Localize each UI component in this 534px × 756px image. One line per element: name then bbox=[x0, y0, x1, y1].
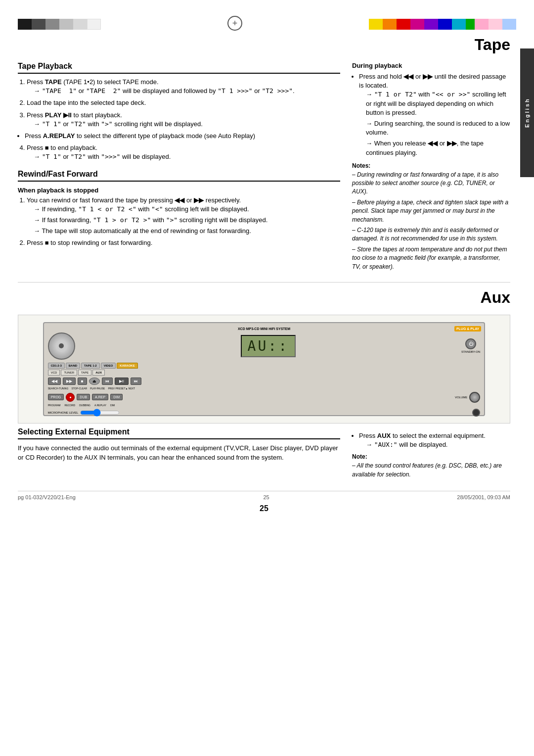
swatch-pink bbox=[475, 19, 489, 30]
color-bar-row: + bbox=[0, 19, 534, 30]
during-bullet-1: Press and hold ◀◀ or ▶▶ until the desire… bbox=[359, 72, 510, 157]
btn-record[interactable]: ● bbox=[66, 393, 75, 402]
swatch-yellow bbox=[369, 19, 383, 30]
mic-level-row: MICROPHONE LEVEL bbox=[48, 409, 481, 417]
second-btn-row: PROG ● DUB A.REP DIM VOLUME bbox=[48, 392, 481, 403]
swatch-orange bbox=[383, 19, 397, 30]
rewind-title: Rewind/Fast Forward bbox=[18, 170, 340, 182]
step-1-arrow: "TAPE 1" or "TAPE 2" will be displayed a… bbox=[34, 87, 340, 95]
during-arrow-3: When you release ◀◀ or ▶▶, the tape cont… bbox=[366, 139, 510, 157]
aux-arrow: "AUX:" will be displayed. bbox=[366, 440, 510, 449]
swatch-dark-gray bbox=[32, 19, 45, 30]
step-3-arrow: "T 1" or "T2" with ">" scrolling right w… bbox=[34, 120, 340, 129]
device-image-area: XCD MP3-CD MINI HiFi SYSTEM PLUG & PLAY … bbox=[18, 315, 510, 424]
tab-tape[interactable]: TAPE bbox=[78, 370, 91, 376]
btn-ff[interactable]: ▶▶ bbox=[63, 378, 76, 385]
mic-level-slider[interactable] bbox=[80, 411, 120, 415]
swatch-black bbox=[18, 19, 32, 30]
disc-area bbox=[48, 332, 75, 360]
tab-tape12[interactable]: TAPE 1·2 bbox=[81, 363, 100, 369]
step-4-arrow: "T 1" or "T2" with ">>>" will be display… bbox=[34, 152, 340, 161]
tape-word: TAPE bbox=[45, 78, 62, 86]
during-playback-title: During playback bbox=[352, 62, 510, 69]
color-bar-left bbox=[18, 19, 101, 30]
device-panel: XCD MP3-CD MINI HiFi SYSTEM PLUG & PLAY … bbox=[43, 322, 486, 416]
tab-tuner[interactable]: TUNER bbox=[61, 370, 77, 376]
aux-right-col: Press AUX to select the external equipme… bbox=[352, 427, 510, 481]
step-2: Load the tape into the selected tape dec… bbox=[27, 98, 340, 107]
swatch-green bbox=[466, 19, 475, 30]
footer-right: 28/05/2001, 09:03 AM bbox=[457, 494, 510, 500]
aux-note-label: Note: bbox=[352, 453, 510, 460]
step-4: Press ■ to end playback. "T 1" or "T2" w… bbox=[27, 143, 340, 161]
btn-areplay[interactable]: A.REP bbox=[92, 394, 108, 400]
rewind-arrow-2: If fast forwarding, "T 1 > or T2 >" with… bbox=[34, 216, 340, 225]
tab-aux[interactable]: AUX bbox=[92, 370, 105, 376]
btn-next[interactable]: ⏭ bbox=[131, 378, 141, 385]
play-word: PLAY ▶II bbox=[45, 111, 72, 119]
rewind-arrow-1: If rewinding, "T 1 < or T2 <" with "<" s… bbox=[34, 205, 340, 214]
btn-cd-stop[interactable]: ⏏ bbox=[89, 378, 100, 385]
during-arrow-2: During searching, the sound is reduced t… bbox=[366, 119, 510, 137]
page-number: 25 bbox=[18, 504, 510, 513]
standby-button[interactable]: ⏻ STANDBY-ON bbox=[461, 338, 480, 353]
aux-section: Aux XCD MP3-CD MINI HiFi SYSTEM PLUG & P… bbox=[18, 282, 510, 481]
plug-play-badge: PLUG & PLAY bbox=[454, 326, 481, 331]
btn-rw[interactable]: ◀◀ bbox=[48, 378, 61, 385]
swatch-white bbox=[87, 19, 101, 30]
btn-dim[interactable]: DIM bbox=[110, 394, 123, 400]
tab-cd[interactable]: CD1·2·3 bbox=[48, 363, 65, 369]
tape-playback-title: Tape Playback bbox=[18, 62, 340, 74]
tape-playback-section: Tape Playback Press TAPE (TAPE 1•2) to s… bbox=[18, 62, 340, 162]
aux-bullet: Press AUX to select the external equipme… bbox=[359, 431, 510, 449]
rewind-section: Rewind/Fast Forward When playback is sto… bbox=[18, 170, 340, 248]
btn-play-pause[interactable]: ▶II bbox=[115, 378, 129, 385]
note-1: – During rewinding or fast forwarding of… bbox=[352, 171, 510, 196]
crosshair-center: + bbox=[227, 19, 242, 30]
tab-vcd[interactable]: VCD bbox=[48, 370, 60, 376]
swatch-lt-blue bbox=[502, 19, 516, 30]
footer-center: 25 bbox=[263, 494, 269, 500]
aux-title: Aux bbox=[18, 284, 510, 311]
source-tabs-row2: VCD TUNER TAPE AUX bbox=[48, 370, 481, 376]
volume-knob[interactable] bbox=[469, 392, 480, 403]
during-playback-section: During playback Press and hold ◀◀ or ▶▶ … bbox=[352, 62, 510, 157]
device-display: AU:: bbox=[241, 335, 296, 357]
swatch-magenta bbox=[410, 19, 424, 30]
swatch-cyan bbox=[452, 19, 466, 30]
tab-karaoke[interactable]: KARAOKE bbox=[117, 363, 137, 369]
second-ctrl-labels: PROGRAM RECORD DUBBING A.REPLAY DIM bbox=[48, 404, 481, 407]
swatch-purple bbox=[424, 19, 438, 30]
swatch-gray bbox=[45, 19, 59, 30]
aux-note-text: – All the sound control features (e.g. D… bbox=[352, 462, 510, 479]
btn-stop[interactable]: ■ bbox=[78, 378, 87, 385]
volume-label: VOLUME bbox=[455, 396, 467, 399]
tab-video[interactable]: VIDEO bbox=[101, 363, 116, 369]
source-tabs-row1: CD1·2·3 BAND TAPE 1·2 VIDEO KARAOKE bbox=[48, 363, 481, 369]
page-title: Tape bbox=[18, 30, 510, 58]
transport-controls: ◀◀ ▶▶ ■ ⏏ ⏮ ▶II ⏭ bbox=[48, 378, 481, 385]
selecting-section: Selecting External Equipment If you have… bbox=[18, 427, 340, 481]
swatch-lighter-gray bbox=[73, 19, 87, 30]
page-footer: pg 01-032/V220/21-Eng 25 28/05/2001, 09:… bbox=[18, 491, 510, 500]
aux-note-section: Note: – All the sound control features (… bbox=[352, 453, 510, 479]
btn-prev[interactable]: ⏮ bbox=[102, 378, 113, 385]
note-4: – Store the tapes at room temperature an… bbox=[352, 245, 510, 271]
step-1: Press TAPE (TAPE 1•2) to select TAPE mod… bbox=[27, 78, 340, 95]
selecting-title: Selecting External Equipment bbox=[18, 427, 340, 439]
btn-dubbing[interactable]: DUB bbox=[77, 394, 90, 400]
step-3: Press PLAY ▶II to start playback. "T 1" … bbox=[27, 111, 340, 129]
tab-band[interactable]: BAND bbox=[66, 363, 80, 369]
ctrl-labels-row: SEARCH-TUNING STOP-CLEAR PLAY-PAUSE PREV… bbox=[48, 387, 481, 390]
step-areplay: Press A.REPLAY to select the different t… bbox=[25, 132, 340, 141]
rewind-step-1: You can rewind or fast forward the tape … bbox=[27, 196, 340, 236]
btn-program[interactable]: PROG bbox=[48, 394, 64, 400]
device-model-label: XCD MP3-CD MINI HiFi SYSTEM bbox=[48, 327, 481, 331]
notes-label: Notes: bbox=[352, 162, 510, 169]
footer-left: pg 01-032/V220/21-Eng bbox=[18, 494, 76, 500]
when-stopped-subtitle: When playback is stopped bbox=[18, 187, 340, 194]
note-2: – Before playing a tape, check and tight… bbox=[352, 198, 510, 224]
headphone-jack bbox=[472, 409, 480, 417]
notes-section: Notes: – During rewinding or fast forwar… bbox=[352, 162, 510, 271]
swatch-red bbox=[397, 19, 410, 30]
